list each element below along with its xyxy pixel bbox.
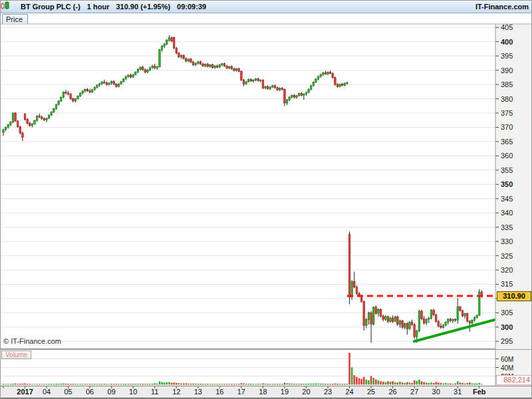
svg-text:06: 06: [86, 388, 94, 396]
svg-text:295: 295: [501, 337, 513, 345]
svg-text:395: 395: [501, 52, 513, 60]
timeframe-label: 1 hour: [87, 3, 110, 11]
svg-text:05: 05: [64, 388, 72, 396]
svg-text:340: 340: [501, 209, 513, 217]
svg-text:40M: 40M: [501, 364, 513, 372]
svg-text:345: 345: [501, 195, 513, 203]
svg-text:19: 19: [281, 388, 289, 396]
svg-text:360: 360: [501, 152, 513, 160]
svg-text:11: 11: [151, 388, 158, 396]
candlestick-icon: [5, 2, 14, 11]
svg-text:315: 315: [501, 280, 513, 288]
svg-text:26: 26: [389, 388, 397, 396]
svg-text:04: 04: [43, 388, 51, 396]
svg-text:350: 350: [501, 180, 513, 188]
tab-price[interactable]: Price: [2, 14, 28, 24]
svg-text:27: 27: [410, 388, 418, 396]
svg-text:10: 10: [129, 388, 137, 396]
header-bar: BT Group PLC (-) 1 hour 310.90 (+1.95%) …: [1, 1, 532, 13]
current-volume-flag: 882,214: [496, 375, 532, 385]
svg-text:30: 30: [432, 388, 440, 396]
svg-text:355: 355: [501, 166, 513, 174]
svg-text:12: 12: [172, 388, 180, 396]
svg-text:330: 330: [501, 237, 513, 245]
brand-logo: IT-Finance.com: [475, 3, 529, 11]
tab-volume[interactable]: Volume: [1, 350, 31, 359]
svg-text:20: 20: [302, 388, 310, 396]
price-quote: 310.90 (+1.95%): [116, 3, 170, 11]
svg-text:300: 300: [501, 323, 513, 331]
svg-text:370: 370: [501, 123, 513, 131]
svg-text:305: 305: [501, 309, 513, 317]
chart-window: { "header": { "instrument": "BT Group PL…: [0, 0, 532, 399]
svg-text:365: 365: [501, 138, 513, 146]
svg-text:325: 325: [501, 252, 513, 260]
pane-backgrounds: [1, 24, 532, 399]
svg-text:380: 380: [501, 95, 513, 103]
watermark: © IT-Finance.com: [3, 337, 61, 345]
svg-text:385: 385: [501, 80, 513, 88]
svg-text:390: 390: [501, 66, 513, 74]
svg-text:09: 09: [108, 388, 116, 396]
svg-text:400: 400: [501, 38, 513, 46]
svg-text:2017: 2017: [17, 388, 33, 396]
svg-text:25: 25: [367, 388, 375, 396]
svg-text:17: 17: [237, 388, 245, 396]
svg-text:335: 335: [501, 223, 513, 231]
instrument-title: BT Group PLC (-): [21, 3, 80, 11]
svg-text:31: 31: [454, 388, 462, 396]
svg-text:23: 23: [324, 388, 332, 396]
last-price-flag: 310.90: [497, 291, 531, 301]
svg-text:60M: 60M: [501, 356, 513, 363]
svg-text:375: 375: [501, 109, 513, 117]
clock-time: 09:09:39: [177, 3, 206, 11]
price-chart-canvas[interactable]: 2953003053103153203253303353403453503553…: [1, 1, 532, 399]
svg-text:Feb: Feb: [473, 388, 486, 396]
svg-text:18: 18: [259, 388, 267, 396]
svg-text:16: 16: [215, 388, 223, 396]
svg-text:13: 13: [194, 388, 202, 396]
svg-text:405: 405: [501, 23, 513, 31]
svg-text:320: 320: [501, 266, 513, 274]
svg-text:24: 24: [345, 388, 353, 396]
